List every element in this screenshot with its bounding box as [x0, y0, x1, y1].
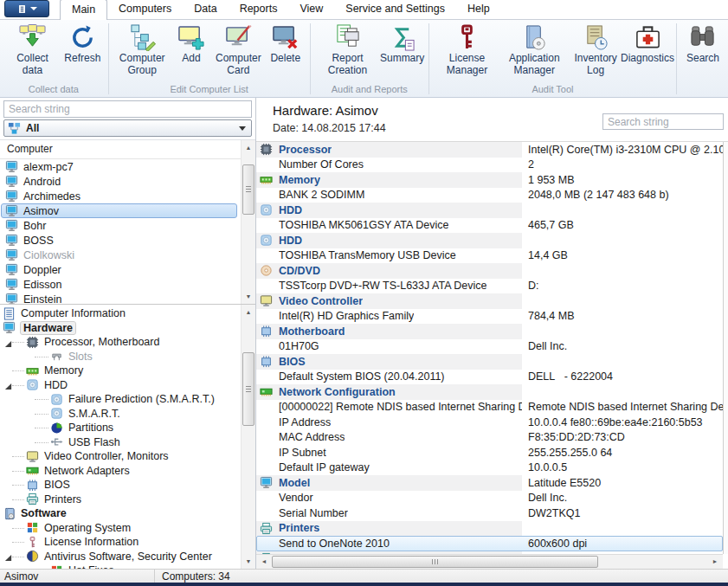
property-row[interactable]: VendorDell Inc. [256, 491, 723, 506]
report-creation-button[interactable]: Report Creation [315, 22, 381, 77]
computer-list-scrollbar[interactable]: ▲ ▼ [241, 140, 255, 304]
tree-item-license-information[interactable]: License Information [0, 535, 241, 550]
property-row[interactable]: TOSHIBA TransMemory USB Device14,4 GB [256, 248, 723, 264]
tree-item-partitions[interactable]: Partitions [0, 421, 241, 435]
tree-item-s-m-a-r-t[interactable]: S.M.A.R.T. [0, 407, 241, 422]
tab-main[interactable]: Main [60, 0, 107, 20]
tree-item-hardware[interactable]: Hardware [0, 321, 241, 336]
property-row[interactable]: TSSTcorp DVD+-RW TS-L633J ATA DeviceD: [256, 279, 723, 294]
tree-item-usb-flash[interactable]: USB Flash [0, 435, 241, 450]
tree-item-video-controller-monitors[interactable]: Video Controller, Monitors [0, 449, 241, 464]
tab-service-and-settings[interactable]: Service and Settings [334, 0, 456, 19]
computer-list-item[interactable]: Bohr [1, 218, 237, 233]
scroll-down-arrow-icon[interactable]: ▼ [242, 290, 255, 303]
right-scroll-strip[interactable] [723, 142, 728, 554]
property-label: BANK 2 SODIMM [279, 189, 364, 201]
property-row[interactable]: 01H70GDell Inc. [256, 339, 723, 355]
property-section-row[interactable]: ProcessorIntel(R) Core(TM) i3-2310M CPU … [256, 142, 723, 158]
summary-button[interactable]: Summary [380, 22, 424, 65]
computer-list-item[interactable]: BOSS [1, 233, 237, 248]
license-manager-button[interactable]: License Manager [434, 22, 500, 77]
computer-list-item[interactable]: alexm-pc7 [1, 159, 237, 174]
tree-item-bios[interactable]: BIOS [0, 478, 241, 493]
scroll-down-arrow-icon[interactable]: ▼ [242, 555, 255, 568]
computer-list-item[interactable]: Edisson [1, 277, 237, 292]
group-filter-dropdown[interactable]: All [3, 119, 252, 137]
tab-view[interactable]: View [288, 0, 334, 19]
computer-group-button[interactable]: Computer Group [113, 22, 171, 77]
tree-expanded-arrow-icon[interactable] [4, 552, 12, 560]
property-section-row[interactable]: HDD [256, 233, 723, 248]
tab-reports[interactable]: Reports [229, 0, 289, 19]
scroll-left-arrow-icon[interactable]: ◄ [257, 555, 271, 569]
delete-button[interactable]: Delete [266, 22, 306, 65]
tree-item-processor-motherboard[interactable]: Processor, Motherboard [0, 335, 241, 350]
property-row[interactable]: Number Of Cores2 [256, 158, 723, 173]
property-section-row[interactable]: Memory1 953 MB [256, 172, 723, 188]
tree-item-hot-fixes[interactable]: Hot Fixes [0, 563, 241, 569]
property-row[interactable]: IP Address10.0.0.4 fe80::69be:ea4e:2160:… [256, 415, 723, 430]
scrollbar-thumb[interactable] [242, 352, 254, 426]
property-row[interactable]: [00000022] Remote NDIS based Internet Sh… [256, 400, 723, 415]
property-section-row[interactable]: Motherboard [256, 324, 723, 339]
property-section-row[interactable]: HDD [256, 203, 723, 218]
computer-list-item[interactable]: Ciolkowski [1, 248, 237, 262]
computer-column-header[interactable]: Computer [0, 140, 241, 159]
application-menu-button[interactable] [4, 0, 49, 17]
tree-item-software[interactable]: Software [0, 506, 241, 521]
collect-data-button[interactable]: Collect data [3, 22, 61, 77]
tree-expanded-arrow-icon[interactable] [4, 381, 12, 389]
tree-item-printers[interactable]: Printers [0, 493, 241, 507]
tree-scrollbar[interactable]: ▲ ▼ [241, 305, 255, 569]
horizontal-scrollbar[interactable]: ◄ ► [256, 554, 723, 569]
diagnostics-button[interactable]: Diagnostics [623, 22, 672, 65]
tree-item-memory[interactable]: Memory [0, 364, 241, 378]
tree-item-computer-information[interactable]: Computer Information [0, 306, 241, 321]
computer-list-item[interactable]: Doppler [1, 262, 237, 277]
tree-item-hdd[interactable]: HDD [0, 378, 241, 393]
property-row[interactable]: IP Subnet255.255.255.0 64 [256, 445, 723, 460]
computer-card-button[interactable]: Computer Card [211, 22, 266, 77]
computer-list-item[interactable]: Android [1, 174, 237, 189]
property-row[interactable]: BANK 2 SODIMM2048,0 MB (2 147 483 648 b) [256, 188, 723, 203]
computer-list-item[interactable]: Asimov [1, 203, 237, 218]
property-row[interactable]: Intel(R) HD Graphics Family784,4 MB [256, 309, 723, 325]
tab-help[interactable]: Help [456, 0, 501, 19]
property-row[interactable]: Default System BIOS (20.04.2011)DELL - 6… [256, 370, 723, 385]
application-manager-button[interactable]: Application Manager [500, 22, 568, 77]
property-row[interactable]: TOSHIBA MK5061GSY ATA Device465,7 GB [256, 218, 723, 234]
property-section-row[interactable]: ModelLatitude E5520 [256, 475, 723, 491]
computer-list-item[interactable]: Archimedes [1, 189, 237, 203]
button-label: License Manager [439, 53, 495, 77]
detail-search-input[interactable] [602, 113, 724, 130]
property-row[interactable]: MAC AddressF8:35:DD:2D:73:CD [256, 430, 723, 446]
scrollbar-thumb[interactable] [242, 164, 254, 215]
property-section-row[interactable]: Printers [256, 521, 723, 537]
tree-expanded-arrow-icon[interactable] [4, 338, 12, 346]
computer-list-item[interactable]: Einstein [1, 292, 237, 304]
property-section-row[interactable]: Video Controller [256, 293, 723, 309]
property-row[interactable]: Default IP gateway10.0.0.5 [256, 460, 723, 476]
property-section-row[interactable]: Network Configuration [256, 384, 723, 400]
add-button[interactable]: Add [171, 22, 211, 65]
property-row[interactable]: Serial NumberDW2TKQ1 [256, 506, 723, 521]
scroll-up-arrow-icon[interactable]: ▲ [242, 306, 255, 319]
tab-data[interactable]: Data [183, 0, 228, 19]
search-button[interactable]: Search [681, 22, 725, 65]
tree-item-slots[interactable]: Slots [0, 350, 241, 364]
tree-item-network-adapters[interactable]: Network Adapters [0, 464, 241, 479]
property-section-row[interactable]: CD/DVD [256, 263, 723, 279]
tree-item-antivirus-software-security-center[interactable]: Antivirus Software, Security Center [0, 550, 241, 564]
scroll-right-arrow-icon[interactable]: ► [708, 555, 722, 569]
button-label: Inventory Log [573, 53, 618, 77]
tab-computers[interactable]: Computers [107, 0, 183, 19]
property-section-row[interactable]: BIOS [256, 354, 723, 370]
tree-item-operating-system[interactable]: Operating System [0, 521, 241, 536]
tree-item-failure-prediction-s-m-a-r-t[interactable]: Failure Prediction (S.M.A.R.T.) [0, 392, 241, 407]
inventory-log-button[interactable]: Inventory Log [568, 22, 623, 77]
sidebar-search-input[interactable] [3, 100, 252, 118]
scroll-up-arrow-icon[interactable]: ▲ [242, 141, 255, 154]
refresh-button[interactable]: Refresh [61, 22, 104, 65]
property-row[interactable]: Send to OneNote 2010600x600 dpi [256, 536, 723, 551]
scrollbar-thumb[interactable] [272, 556, 598, 568]
